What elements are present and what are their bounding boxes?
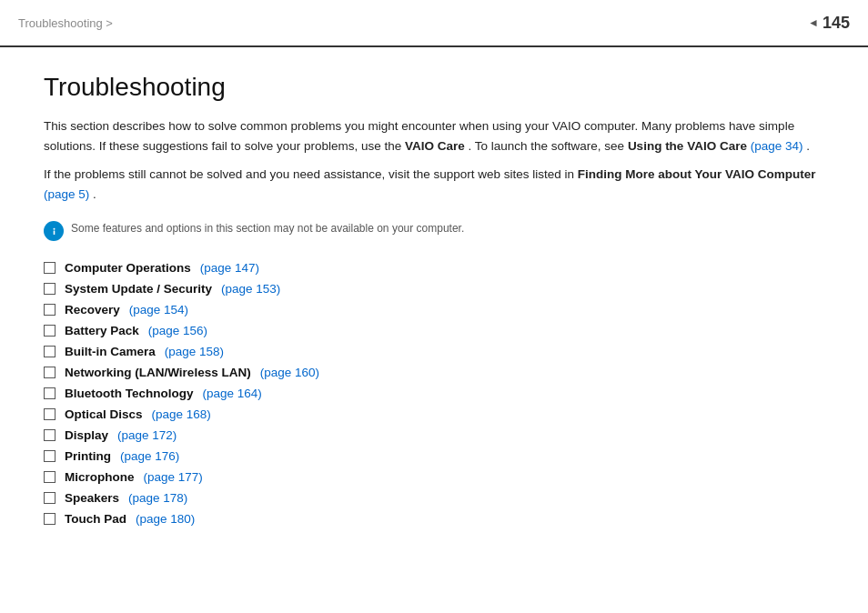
toc-item-label: Speakers — [65, 491, 119, 505]
header: Troubleshooting > 145 — [0, 0, 868, 47]
toc-checkbox — [44, 346, 56, 357]
toc-item-label: Networking (LAN/Wireless LAN) — [65, 366, 251, 379]
page-34-link[interactable]: (page 34) — [751, 139, 803, 153]
toc-item-label: Optical Discs — [65, 407, 143, 421]
toc-checkbox — [44, 325, 56, 337]
toc-item-link[interactable]: (page 154) — [129, 303, 188, 317]
toc-item-link[interactable]: (page 178) — [128, 491, 187, 505]
page-number: 145 — [808, 14, 850, 33]
toc-item: Networking (LAN/Wireless LAN) (page 160) — [44, 366, 824, 379]
vaio-care-bold: VAIO Care — [405, 139, 465, 153]
toc-checkbox — [44, 283, 56, 295]
toc-item-label: Touch Pad — [65, 512, 126, 526]
toc-item: Display (page 172) — [44, 428, 824, 442]
toc-list: Computer Operations (page 147)System Upd… — [44, 261, 824, 526]
breadcrumb: Troubleshooting > — [18, 16, 113, 30]
toc-checkbox — [44, 492, 56, 504]
intro-paragraph-2: If the problems still cannot be solved a… — [44, 165, 824, 204]
svg-rect-1 — [53, 230, 55, 235]
toc-item-link[interactable]: (page 176) — [120, 449, 179, 463]
intro-paragraph-1: This section describes how to solve comm… — [44, 116, 824, 156]
toc-checkbox — [44, 304, 56, 316]
toc-item-label: Battery Pack — [65, 324, 139, 337]
toc-checkbox — [44, 387, 56, 399]
toc-checkbox — [44, 367, 56, 378]
toc-item-label: Printing — [65, 449, 111, 463]
toc-item-link[interactable]: (page 160) — [260, 366, 319, 379]
toc-item: Optical Discs (page 168) — [44, 407, 824, 421]
using-vaio-care-bold: Using the VAIO Care — [628, 139, 747, 153]
note-icon — [44, 221, 64, 241]
toc-item: Recovery (page 154) — [44, 303, 824, 317]
toc-item: Speakers (page 178) — [44, 491, 824, 505]
toc-checkbox — [44, 450, 56, 462]
toc-item: Microphone (page 177) — [44, 470, 824, 484]
info-icon — [48, 226, 60, 237]
toc-checkbox — [44, 471, 56, 483]
note-text: Some features and options in this sectio… — [71, 220, 464, 236]
intro-text-1b: . To launch the software, see — [469, 139, 628, 153]
toc-item: System Update / Security (page 153) — [44, 282, 824, 296]
toc-item-label: Microphone — [65, 470, 135, 484]
toc-item-link[interactable]: (page 168) — [152, 407, 211, 421]
main-content: Troubleshooting This section describes h… — [0, 47, 868, 558]
toc-item-link[interactable]: (page 172) — [117, 428, 177, 442]
toc-item-label: System Update / Security — [65, 282, 212, 296]
toc-item-link[interactable]: (page 156) — [148, 324, 207, 337]
toc-item-link[interactable]: (page 164) — [203, 387, 262, 400]
toc-checkbox — [44, 262, 56, 274]
toc-item: Printing (page 176) — [44, 449, 824, 463]
toc-item-label: Built-in Camera — [65, 345, 156, 358]
finding-more-bold: Finding More about Your VAIO Computer — [578, 167, 816, 181]
toc-item-link[interactable]: (page 177) — [144, 470, 203, 484]
toc-item: Computer Operations (page 147) — [44, 261, 824, 275]
toc-item-label: Computer Operations — [65, 261, 191, 275]
page-title: Troubleshooting — [44, 73, 824, 102]
toc-item: Bluetooth Technology (page 164) — [44, 387, 824, 400]
toc-checkbox — [44, 513, 56, 525]
toc-item: Touch Pad (page 180) — [44, 512, 824, 526]
intro-text-1c: . — [806, 139, 810, 153]
toc-item-label: Recovery — [65, 303, 120, 317]
toc-item-link[interactable]: (page 153) — [221, 282, 280, 296]
note-box: Some features and options in this sectio… — [44, 220, 824, 241]
toc-item-link[interactable]: (page 158) — [165, 345, 224, 358]
toc-item: Built-in Camera (page 158) — [44, 345, 824, 358]
toc-item-link[interactable]: (page 147) — [200, 261, 259, 275]
intro-text-2a: If the problems still cannot be solved a… — [44, 167, 578, 181]
intro-text-2b: . — [93, 187, 96, 201]
toc-item-link[interactable]: (page 180) — [136, 512, 195, 526]
toc-item: Battery Pack (page 156) — [44, 324, 824, 337]
toc-item-label: Display — [65, 428, 108, 442]
page-5-link[interactable]: (page 5) — [44, 187, 89, 201]
svg-point-2 — [53, 228, 55, 230]
toc-checkbox — [44, 429, 56, 441]
toc-checkbox — [44, 408, 56, 420]
toc-item-label: Bluetooth Technology — [65, 387, 194, 400]
